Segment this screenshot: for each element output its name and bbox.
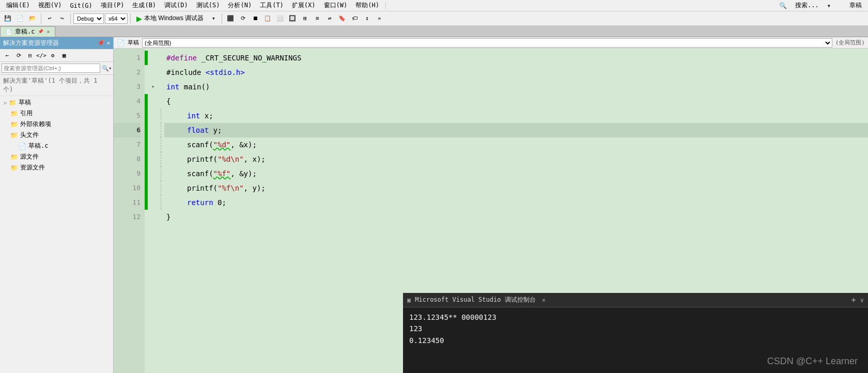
line-numbers: 1 2 3 4 5 6 7 8 9 10 11 12: [114, 49, 145, 373]
line-num-10: 10: [114, 181, 141, 195]
sidebar-collapse-icon[interactable]: ⊟: [25, 50, 35, 60]
token-printf1-rest: , x);: [244, 152, 266, 166]
toolbar-btn-8[interactable]: ≡: [312, 13, 323, 24]
toolbar-more[interactable]: »: [374, 13, 385, 24]
toolbar-btn-5[interactable]: ⬜: [274, 13, 286, 24]
platform-select[interactable]: x64: [105, 13, 128, 24]
collapse-10: [148, 181, 158, 195]
tab-close-button[interactable]: ×: [47, 29, 50, 35]
sidebar-code-icon[interactable]: </>: [36, 50, 47, 60]
collapse-4: [148, 94, 158, 108]
line-num-6: 6: [114, 123, 141, 137]
token-int-x: int: [187, 108, 200, 123]
menu-edit[interactable]: 编辑(E): [2, 0, 34, 11]
tree-icon-headers: 📁: [10, 132, 18, 139]
run-button[interactable]: ▶ 本地 Windows 调试器: [133, 13, 207, 24]
menu-build[interactable]: 生成(B): [128, 0, 160, 11]
sidebar-back-icon[interactable]: ←: [2, 50, 12, 60]
toolbar-btn-2[interactable]: ⟳: [237, 13, 249, 24]
console-content: 123.12345** 00000123 123 0.123450: [403, 307, 868, 350]
new-file-button[interactable]: 📄: [14, 13, 26, 24]
menu-test[interactable]: 测试(S): [192, 0, 224, 11]
play-icon: ▶: [136, 14, 142, 23]
menu-view[interactable]: 视图(V): [34, 0, 66, 11]
sidebar-pin-icon[interactable]: 📌: [97, 40, 104, 46]
collapse-3[interactable]: ▾: [148, 80, 158, 94]
tree-item-draft[interactable]: ▷ 📁 草稿: [0, 97, 113, 108]
tree-label-external: 外部依赖项: [20, 120, 51, 129]
search-icon: 🔍: [775, 1, 791, 10]
code-line-6: float y;: [164, 123, 868, 137]
code-line-4: {: [164, 94, 868, 108]
console-line-2: 123: [409, 323, 862, 334]
toolbar-btn-11[interactable]: 🏷: [349, 13, 360, 24]
tree-label-resources: 资源文件: [20, 163, 45, 172]
line-num-12: 12: [114, 210, 141, 224]
sidebar-search-btn[interactable]: 🔍: [100, 65, 109, 72]
collapse-1: [148, 51, 158, 65]
tree-icon-source: 📁: [10, 153, 18, 161]
menu-extend[interactable]: 扩展(X): [288, 0, 320, 11]
toolbar-btn-10[interactable]: 🔖: [336, 13, 348, 24]
toolbar-btn-1[interactable]: ⬛: [225, 13, 236, 24]
sidebar-close-icon[interactable]: ×: [106, 40, 110, 46]
menu-debug[interactable]: 调试(D): [160, 0, 192, 11]
run-dropdown[interactable]: ▾: [208, 13, 219, 24]
tab-zhangao[interactable]: 📄 章稿.c 📌 ×: [0, 26, 55, 37]
console-dropdown-button[interactable]: ∨: [860, 297, 864, 304]
toolbar-btn-9[interactable]: ⇌: [324, 13, 335, 24]
collapse-area: ▾: [148, 49, 158, 373]
toolbar-btn-3[interactable]: ⏹: [250, 13, 261, 24]
menu-analyze[interactable]: 分析(N): [224, 0, 256, 11]
menu-window[interactable]: 窗口(W): [320, 0, 352, 11]
debug-config-select[interactable]: Debug: [73, 13, 104, 24]
toolbar-btn-12[interactable]: ↕: [361, 13, 373, 24]
line-num-5: 5: [114, 108, 141, 123]
sidebar-search-input[interactable]: [2, 64, 100, 73]
chapter-label: 章稿: [845, 0, 866, 11]
menu-help[interactable]: 帮助(H): [351, 0, 383, 11]
line-num-3: 3: [114, 80, 141, 94]
token-y-decl: y;: [209, 123, 222, 137]
token-scanf2-rest: , &y);: [230, 166, 257, 181]
save-button[interactable]: 💾: [2, 13, 13, 24]
console-close-button[interactable]: ×: [542, 297, 546, 304]
path-scope-select[interactable]: (全局范围): [142, 38, 832, 48]
sidebar-search-dropdown[interactable]: ▾: [109, 66, 112, 71]
menu-project[interactable]: 项目(P): [97, 0, 129, 11]
search-dropdown[interactable]: ▾: [823, 1, 835, 10]
sidebar-settings-icon[interactable]: ⚙: [48, 50, 58, 60]
tree-item-external[interactable]: 📁 外部依赖项: [0, 119, 113, 130]
toolbar-sep1: [41, 13, 41, 24]
toolbar-btn-6[interactable]: 🔲: [287, 13, 298, 24]
collapse-11: [148, 195, 158, 210]
tree-item-source[interactable]: 📁 源文件: [0, 151, 113, 162]
menu-git[interactable]: Git(G): [66, 1, 96, 10]
tree-label-draft: 草稿: [19, 98, 31, 107]
token-return-val: 0;: [213, 195, 226, 210]
tree-item-headers[interactable]: 📁 头文件: [0, 130, 113, 141]
search-label[interactable]: 搜索...: [791, 0, 823, 11]
guide-4: [158, 94, 164, 108]
line-num-8: 8: [114, 152, 141, 166]
sidebar: 解决方案资源管理器 📌 × ← ⟳ ⊟ </> ⚙ ▦ 🔍 ▾ 解决方案'草稿'…: [0, 37, 114, 373]
tree-item-resources[interactable]: 📁 资源文件: [0, 162, 113, 173]
sidebar-refresh-icon[interactable]: ⟳: [13, 50, 24, 60]
menu-tools[interactable]: 工具(T): [256, 0, 288, 11]
token-secure: _CRT_SECURE_NO_WARNINGS: [197, 51, 301, 65]
redo-button[interactable]: ↪: [56, 13, 68, 24]
guide-7: [158, 137, 164, 152]
tree-item-draft-c[interactable]: 📄 草稿.c: [0, 141, 113, 151]
path-scope-label: (全局范围): [835, 39, 865, 46]
path-file-name: 草稿: [128, 39, 139, 46]
tree-item-refs[interactable]: 📁 引用: [0, 108, 113, 119]
toolbar-btn-7[interactable]: ⊞: [299, 13, 311, 24]
tab-pin-icon[interactable]: 📌: [38, 29, 43, 34]
console-add-button[interactable]: +: [851, 295, 856, 305]
line-num-2: 2: [114, 65, 141, 80]
guide-5: [158, 108, 164, 123]
open-file-button[interactable]: 📂: [27, 13, 38, 24]
sidebar-filter-icon[interactable]: ▦: [59, 50, 69, 60]
undo-button[interactable]: ↩: [44, 13, 55, 24]
toolbar-btn-4[interactable]: 📋: [262, 13, 273, 24]
